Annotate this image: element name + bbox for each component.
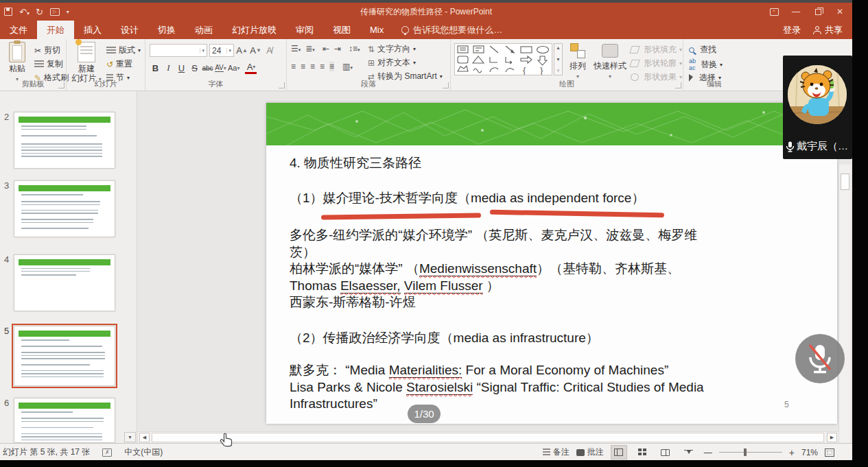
find-button[interactable]: 查找 [689, 44, 716, 56]
quick-styles-button[interactable]: 快速样式▾ [592, 42, 628, 82]
font-name-combo[interactable]: ▾ [150, 44, 207, 57]
normal-view-button[interactable] [611, 445, 627, 459]
slideshow-view-button[interactable] [681, 445, 697, 459]
replace-icon: abac [689, 58, 696, 71]
align-text-button[interactable]: ⊞对齐文本▾ [368, 57, 416, 69]
tab-slideshow[interactable]: 幻灯片放映 [222, 21, 286, 39]
restore-button[interactable] [808, 4, 828, 19]
share-button[interactable]: 共享 [813, 24, 843, 36]
decrease-font-button[interactable]: A▼ [250, 45, 261, 57]
character-spacing-button[interactable]: AV▾ [215, 62, 226, 74]
language-status[interactable]: 中文(中国) [124, 446, 163, 458]
horizontal-scrollbar-track[interactable] [152, 433, 824, 442]
justify-button[interactable]: ≡ [320, 62, 325, 71]
thumbnail-slide-4[interactable] [14, 254, 115, 311]
spellcheck-icon[interactable]: ✗ [102, 448, 112, 457]
shape-outline-button[interactable]: 形状轮廓▾ [631, 58, 682, 69]
replace-button[interactable]: abac替换▾ [689, 58, 723, 71]
shapes-gallery[interactable]: { } [454, 43, 552, 75]
muted-mic-icon [805, 342, 835, 375]
tab-mix[interactable]: Mix [360, 21, 393, 39]
slide-sorter-view-button[interactable] [634, 445, 650, 459]
thumb-number-3: 3 [4, 180, 12, 191]
change-case-button[interactable]: Aa▾ [228, 62, 239, 74]
thumbnail-slide-2[interactable] [14, 112, 115, 169]
reset-button[interactable]: ↺重置 [106, 58, 132, 70]
thumbnail-scroll-down-button[interactable]: ▼ [124, 432, 136, 442]
tab-transitions[interactable]: 切换 [148, 21, 185, 39]
scroll-right-button[interactable]: ▶ [827, 433, 837, 442]
zoom-out-button[interactable]: — [704, 448, 712, 457]
zoom-slider[interactable] [719, 452, 782, 453]
drawing-dialog-launcher[interactable] [675, 82, 681, 88]
minimize-button[interactable]: — [786, 4, 806, 19]
underline-button[interactable]: U [176, 62, 187, 74]
numbering-button[interactable]: ≣▾ [305, 44, 315, 53]
editing-group: 查找 abac替换▾ 选择▾ 编辑 [683, 39, 745, 91]
tab-design[interactable]: 设计 [111, 21, 148, 39]
align-left-button[interactable]: ≡ [291, 62, 296, 71]
microphone-mute-button[interactable] [795, 334, 845, 383]
shadow-button[interactable]: S [189, 62, 200, 74]
bold-button[interactable]: B [150, 62, 161, 74]
webcam-overlay[interactable]: 戴宇辰（… [783, 56, 852, 159]
shape-fill-button[interactable]: 形状填充▾ [631, 44, 682, 56]
italic-button[interactable]: I [163, 62, 174, 74]
increase-indent-button[interactable]: ⇥ [334, 44, 341, 53]
font-color-button[interactable]: A▾ [245, 62, 257, 74]
slide-text-box[interactable]: 4. 物质性研究三条路径（1）媒介理论-技术哲学向度（media as inde… [290, 155, 704, 413]
clear-formatting-button[interactable]: A̸ [263, 45, 275, 57]
tab-file[interactable]: 文件 [0, 21, 37, 39]
zoom-in-button[interactable]: + [789, 447, 795, 458]
horizontal-scrollbar[interactable]: ◀ ▶ [138, 431, 838, 443]
thumbnail-slide-5[interactable] [14, 326, 115, 386]
workspace: 2 3 4 [0, 91, 852, 443]
zoom-slider-thumb[interactable] [744, 448, 747, 456]
tab-insert[interactable]: 插入 [74, 21, 111, 39]
align-center-button[interactable]: ≡ [301, 62, 305, 71]
align-right-button[interactable]: ≡ [310, 62, 315, 71]
new-slide-button[interactable]: 新建幻灯片 ▾ [71, 42, 102, 84]
avatar [788, 65, 847, 124]
columns-button[interactable]: ▥▾ [342, 62, 353, 71]
font-size-combo[interactable]: 24▾ [209, 44, 234, 57]
clipboard-dialog-launcher[interactable] [58, 82, 64, 88]
copy-button[interactable]: 复制 [34, 58, 63, 70]
thumbnail-slide-6[interactable] [14, 398, 115, 443]
arrange-button[interactable]: 排列▾ [565, 42, 591, 82]
comments-button[interactable]: 批注 [576, 446, 604, 458]
cut-button[interactable]: ✂剪切 [34, 45, 60, 56]
tab-animations[interactable]: 动画 [185, 21, 222, 39]
thumbnail-slide-3[interactable] [14, 180, 115, 237]
increase-font-button[interactable]: A▲ [236, 45, 248, 57]
decrease-indent-button[interactable]: ⇤ [322, 44, 329, 53]
notes-button[interactable]: 备注 [543, 446, 570, 458]
notes-icon [543, 448, 550, 457]
gallery-more-icon: ▿ [557, 68, 560, 73]
sign-in-button[interactable]: 登录 [783, 24, 801, 36]
layout-button[interactable]: 版式▾ [106, 45, 141, 56]
close-button[interactable]: ✕ [830, 4, 849, 19]
scroll-left-button[interactable]: ◀ [139, 433, 150, 442]
align-text-icon: ⊞ [368, 58, 375, 68]
slide-canvas[interactable]: 4. 物质性研究三条路径（1）媒介理论-技术哲学向度（media as inde… [266, 103, 837, 424]
font-dialog-launcher[interactable] [279, 82, 285, 88]
tab-home[interactable]: 开始 [37, 21, 74, 39]
fit-to-window-button[interactable] [825, 448, 834, 457]
reading-view-button[interactable] [657, 445, 674, 459]
zoom-percentage[interactable]: 71% [801, 448, 818, 457]
text-direction-button[interactable]: ⇅文字方向▾ [368, 43, 416, 55]
tab-review[interactable]: 审阅 [286, 21, 323, 39]
shapes-gallery-scroll[interactable]: ▲ ▼ ▿ [554, 43, 563, 75]
strikethrough-button[interactable]: abc [202, 62, 213, 74]
line-spacing-button[interactable]: ↕≡▾ [349, 44, 360, 53]
tab-view[interactable]: 视图 [323, 21, 360, 39]
paste-button[interactable]: 粘贴▾ [1, 42, 33, 84]
vertical-scrollbar[interactable]: ▼ [838, 165, 851, 460]
ribbon-display-options-button[interactable]: ⌃ [764, 4, 784, 19]
distribute-button[interactable]: ≡ [329, 62, 334, 71]
bullets-button[interactable]: ☰▾ [291, 44, 301, 53]
tell-me-box[interactable]: 告诉我您想要做什么… [393, 21, 511, 39]
vertical-scrollbar-thumb[interactable] [841, 173, 849, 190]
paragraph-dialog-launcher[interactable] [443, 82, 449, 88]
